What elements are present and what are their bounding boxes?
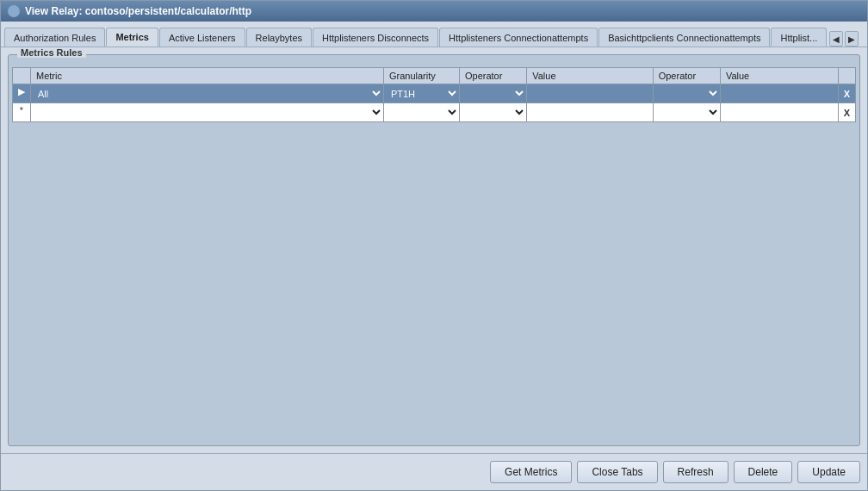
row-metric-cell[interactable]: All ActiveListeners Relaybytes: [31, 84, 384, 103]
col-header-metric: Metric: [31, 68, 384, 84]
row-value1-cell: [527, 84, 653, 103]
new-row-operator2-cell[interactable]: [653, 103, 720, 122]
operator1-select[interactable]: > <: [460, 84, 526, 103]
metrics-table: Metric Granularity Operator Value Operat…: [12, 67, 856, 122]
close-tabs-button[interactable]: Close Tabs: [577, 461, 657, 483]
title-bar: View Relay: contoso/persistent/calculato…: [1, 1, 867, 22]
new-row-value1-cell: [527, 103, 653, 122]
window-icon: [8, 5, 20, 17]
content-area: Metrics Rules Metric Granularity Operato…: [1, 47, 867, 453]
row-operator2-cell[interactable]: > <: [653, 84, 720, 103]
window-title: View Relay: contoso/persistent/calculato…: [25, 5, 251, 17]
granularity-select[interactable]: PT1H PT1M P1D: [384, 84, 459, 103]
refresh-button[interactable]: Refresh: [663, 461, 728, 483]
footer: Get Metrics Close Tabs Refresh Delete Up…: [1, 453, 867, 490]
metric-select[interactable]: All ActiveListeners Relaybytes: [31, 84, 383, 103]
delete-button[interactable]: Delete: [734, 461, 793, 483]
col-header-operator1: Operator: [459, 68, 526, 84]
tab-nav: ◀ ▶: [829, 31, 859, 47]
row-value2-cell: [720, 84, 838, 103]
table-container: Metric Granularity Operator Value Operat…: [9, 64, 859, 126]
group-box-title: Metrics Rules: [17, 47, 86, 58]
main-window: View Relay: contoso/persistent/calculato…: [0, 0, 868, 491]
col-header-operator2: Operator: [653, 68, 720, 84]
update-button[interactable]: Update: [797, 461, 860, 483]
col-header-arrow: [13, 68, 31, 84]
row-granularity-cell[interactable]: PT1H PT1M P1D: [383, 84, 459, 103]
new-row-operator1-cell[interactable]: [459, 103, 526, 122]
tab-relaybytes[interactable]: Relaybytes: [246, 28, 312, 47]
metrics-rules-group: Metrics Rules Metric Granularity Operato…: [8, 54, 860, 446]
table-row[interactable]: * All PT1H: [13, 103, 856, 122]
col-header-value1: Value: [527, 68, 653, 84]
new-metric-select[interactable]: All: [31, 103, 383, 121]
tab-active-listeners[interactable]: Active Listeners: [159, 28, 245, 47]
tab-httplisteners-connectionattempts[interactable]: Httplisteners Connectionattempts: [439, 28, 598, 47]
col-header-granularity: Granularity: [383, 68, 459, 84]
tab-bar: Authorization Rules Metrics Active Liste…: [1, 22, 867, 47]
tab-httplist[interactable]: Httplist...: [771, 28, 827, 47]
get-metrics-button[interactable]: Get Metrics: [490, 461, 572, 483]
row-delete-cell[interactable]: X: [838, 84, 855, 103]
tab-authorization-rules[interactable]: Authorization Rules: [4, 28, 105, 47]
table-header-row: Metric Granularity Operator Value Operat…: [13, 68, 856, 84]
operator2-select[interactable]: > <: [654, 84, 720, 103]
new-row-value2-cell: [720, 103, 838, 122]
tab-scroll-right[interactable]: ▶: [845, 31, 859, 47]
new-row-metric-cell[interactable]: All: [31, 103, 384, 122]
new-granularity-select[interactable]: PT1H: [384, 103, 459, 121]
table-row[interactable]: ▶ All ActiveListeners Relaybytes: [13, 84, 856, 103]
col-header-value2: Value: [720, 68, 838, 84]
row-marker-selected: ▶: [13, 84, 31, 103]
tab-basichttpclients[interactable]: Basichttpclients Connectionattempts: [598, 28, 770, 47]
new-row-delete-cell[interactable]: X: [838, 103, 855, 122]
row-marker-new: *: [13, 103, 31, 122]
tab-scroll-left[interactable]: ◀: [829, 31, 843, 47]
new-operator1-select[interactable]: [460, 103, 526, 121]
row-operator1-cell[interactable]: > <: [459, 84, 526, 103]
tab-httplisteners-disconnects[interactable]: Httplisteners Disconnects: [313, 28, 438, 47]
tab-metrics[interactable]: Metrics: [106, 28, 158, 47]
new-row-granularity-cell[interactable]: PT1H: [383, 103, 459, 122]
new-operator2-select[interactable]: [654, 103, 720, 121]
col-header-x: [838, 68, 855, 84]
